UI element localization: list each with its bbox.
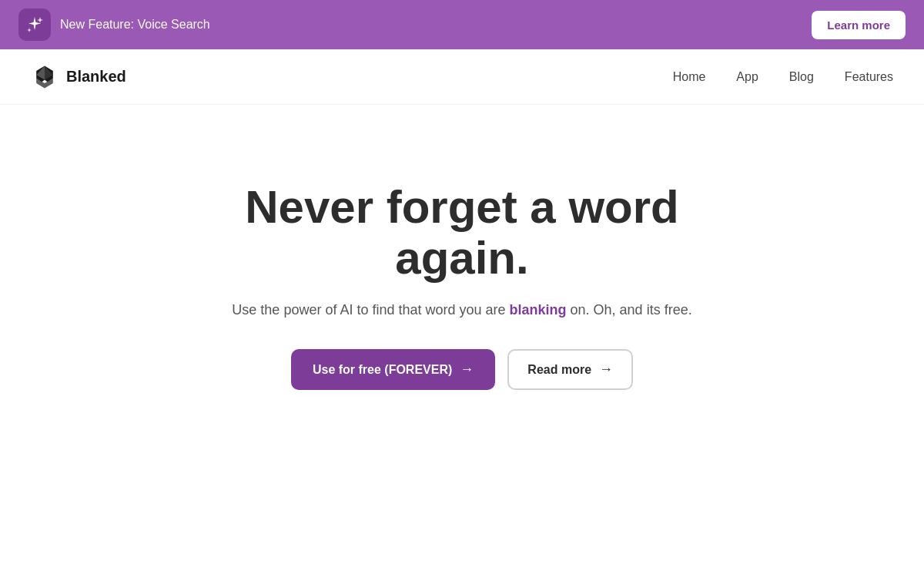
arrow-right-icon: →: [460, 361, 474, 378]
announcement-left: New Feature: Voice Search: [18, 8, 210, 41]
learn-more-button[interactable]: Learn more: [812, 11, 906, 39]
announcement-icon-wrapper: [18, 8, 51, 41]
cta-primary-label: Use for free (FOREVER): [313, 363, 452, 377]
nav-app[interactable]: App: [736, 70, 758, 84]
navbar: Blanked Home App Blog Features: [0, 49, 924, 105]
logo-icon: [31, 63, 59, 91]
nav-blog[interactable]: Blog: [789, 70, 814, 84]
nav-features[interactable]: Features: [845, 70, 893, 84]
arrow-right-outline-icon: →: [599, 361, 613, 378]
hero-subtitle-highlight: blanking: [510, 302, 567, 318]
hero-subtitle: Use the power of AI to find that word yo…: [232, 302, 691, 318]
hero-title: Never forget a word again.: [192, 182, 732, 284]
sparkle-icon: [25, 15, 44, 34]
hero-subtitle-after: on. Oh, and its free.: [567, 302, 692, 318]
announcement-text: New Feature: Voice Search: [60, 18, 210, 32]
nav-links: Home App Blog Features: [673, 70, 893, 84]
cta-secondary-button[interactable]: Read more →: [507, 349, 633, 390]
announcement-banner: New Feature: Voice Search Learn more: [0, 0, 924, 49]
hero-subtitle-before: Use the power of AI to find that word yo…: [232, 302, 509, 318]
cta-primary-button[interactable]: Use for free (FOREVER) →: [291, 349, 495, 390]
cta-secondary-label: Read more: [527, 363, 591, 377]
hero-buttons: Use for free (FOREVER) → Read more →: [291, 349, 633, 390]
hero-section: Never forget a word again. Use the power…: [0, 105, 924, 436]
logo-area: Blanked: [31, 63, 126, 91]
logo-text: Blanked: [66, 68, 126, 86]
nav-home[interactable]: Home: [673, 70, 706, 84]
